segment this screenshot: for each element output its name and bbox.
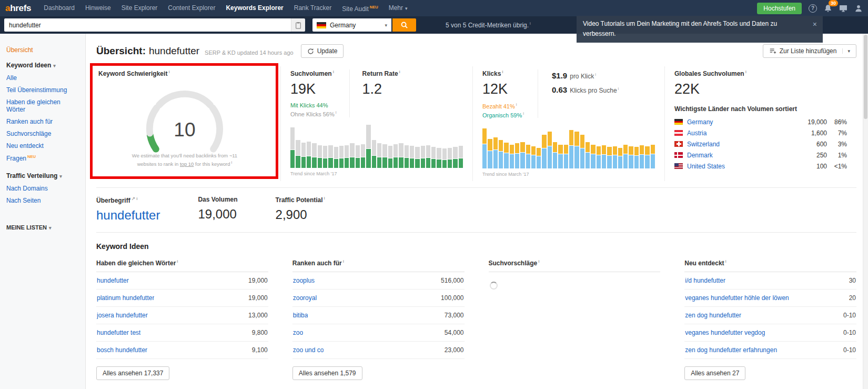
country-link-united-states[interactable]: United States bbox=[687, 163, 725, 170]
sidebar-item-neu-entdeckt[interactable]: Neu entdeckt bbox=[6, 139, 79, 152]
sidebar-group-traffic-verteilung[interactable]: Traffic Verteilung▾ bbox=[6, 172, 79, 179]
keyword-link[interactable]: hundefutter test bbox=[97, 329, 140, 336]
info-icon: i bbox=[595, 72, 596, 77]
update-button[interactable]: Update bbox=[301, 44, 344, 58]
ideas-column-suchvorschlage: Suchvorschlägei bbox=[489, 259, 661, 380]
top10-link[interactable]: top 10 bbox=[180, 161, 194, 167]
loading-spinner bbox=[490, 282, 498, 290]
nav-item-site-explorer[interactable]: Site Explorer bbox=[116, 0, 163, 16]
trend-bar bbox=[345, 124, 349, 168]
sidebar-item-fragen[interactable]: FragenNEU bbox=[6, 152, 79, 164]
keyword-volume: 0-10 bbox=[843, 346, 856, 354]
sidebar-item-teil-ubereinstimmung[interactable]: Teil Übereinstimmung bbox=[6, 84, 79, 96]
sidebar-item-nach-seiten[interactable]: Nach Seiten bbox=[6, 194, 79, 206]
keyword-volume: 0-10 bbox=[843, 312, 856, 319]
column-title: Ranken auch füri bbox=[292, 259, 465, 272]
chevron-down-icon: ▾ bbox=[49, 225, 52, 231]
see-all-button[interactable]: Alles ansehen 1,579 bbox=[292, 366, 362, 380]
keyword-link[interactable]: hundefutter bbox=[97, 277, 129, 284]
organic-percent: Organisch 59%i bbox=[482, 111, 524, 118]
paste-icon[interactable] bbox=[291, 18, 305, 32]
keyword-volume: 30 bbox=[849, 277, 856, 284]
nav-item-site-audit[interactable]: Site AuditNEU bbox=[337, 0, 383, 17]
country-selector[interactable]: Germany ▾ bbox=[312, 18, 391, 32]
sidebar-my-lists[interactable]: MEINE LISTEN▾ bbox=[6, 224, 79, 231]
country-link-germany[interactable]: Germany bbox=[687, 118, 713, 126]
add-to-list-button[interactable]: Zur Liste hinzufügen ▾ bbox=[763, 44, 856, 58]
info-icon: i bbox=[343, 259, 344, 264]
ahrefs-logo[interactable]: ahrefs bbox=[5, 3, 31, 14]
keyword-link[interactable]: zen dog hundefutter bbox=[685, 312, 741, 319]
keyword-link[interactable]: i/d hundefutter bbox=[685, 277, 725, 284]
sidebar-item-ranken-auch-fur[interactable]: Ranken auch für bbox=[6, 115, 79, 127]
country-share: 3% bbox=[827, 141, 847, 148]
keyword-link[interactable]: zen dog hundefutter erfahrungen bbox=[685, 346, 777, 354]
scrollbar-thumb[interactable] bbox=[864, 35, 867, 119]
nav-item-dashboard[interactable]: Dashboard bbox=[38, 0, 80, 16]
country-row: United States100<1% bbox=[674, 161, 847, 172]
country-link-switzerland[interactable]: Switzerland bbox=[687, 141, 720, 148]
desktop-icon[interactable] bbox=[839, 4, 847, 13]
trend-bar bbox=[442, 124, 447, 168]
sidebar-item-haben-die-gleichen-worter[interactable]: Haben die gleichen Wörter bbox=[6, 96, 79, 115]
keyword-row: i/d hundefutter30 bbox=[684, 272, 856, 290]
flag-germany-icon bbox=[674, 119, 683, 125]
sidebar-item-uebersicht[interactable]: Übersicht bbox=[6, 46, 79, 54]
close-icon[interactable]: × bbox=[813, 21, 817, 28]
keyword-link[interactable]: bitiba bbox=[293, 312, 308, 319]
nav-item-mehr[interactable]: Mehr▾ bbox=[383, 0, 413, 17]
keyword-link[interactable]: josera hundefutter bbox=[97, 312, 148, 319]
trend-bar bbox=[328, 124, 332, 168]
nav-item-hinweise[interactable]: Hinweise bbox=[80, 0, 116, 16]
keyword-search-input[interactable] bbox=[4, 18, 291, 32]
keyword-link[interactable]: zoo und co bbox=[293, 346, 324, 354]
trend-bar bbox=[553, 124, 557, 168]
account-icon[interactable] bbox=[854, 4, 863, 13]
trend-bar bbox=[520, 124, 524, 168]
nav-item-content-explorer[interactable]: Content Explorer bbox=[163, 0, 220, 16]
ideas-column-haben-die-gleichen-worter: Haben die gleichen Wörterihundefutter19,… bbox=[96, 259, 268, 380]
keyword-volume: 19,000 bbox=[248, 294, 268, 302]
sidebar-item-suchvorschlage[interactable]: Suchvorschläge bbox=[6, 127, 79, 139]
trend-bar bbox=[426, 124, 430, 168]
trend-bar bbox=[366, 124, 370, 168]
sidebar-item-alle[interactable]: Alle bbox=[6, 72, 79, 84]
scrollbar[interactable] bbox=[863, 34, 868, 389]
see-all-button[interactable]: Alles ansehen 17,337 bbox=[96, 366, 169, 380]
keyword-row: bitiba73,000 bbox=[292, 307, 465, 324]
sidebar-item-nach-domains[interactable]: Nach Domains bbox=[6, 182, 79, 194]
parent-volume-block: Das Volumen 19,000 bbox=[198, 196, 237, 223]
trend-bar bbox=[651, 124, 655, 168]
external-link-icon: ↗ bbox=[132, 196, 136, 201]
trend-bar bbox=[415, 124, 419, 168]
info-icon: i bbox=[231, 160, 233, 165]
upgrade-button[interactable]: Hochstufen bbox=[757, 3, 802, 14]
neu-badge: NEU bbox=[370, 5, 378, 9]
keyword-link[interactable]: veganes hundefutter vegdog bbox=[685, 329, 765, 336]
sidebar-group-keyword-ideen[interactable]: Keyword Ideen▾ bbox=[6, 62, 79, 69]
keyword-link[interactable]: zooroyal bbox=[293, 294, 317, 302]
nav-item-rank-tracker[interactable]: Rank Tracker bbox=[289, 0, 337, 16]
trend-bar bbox=[634, 124, 639, 168]
see-all-button[interactable]: Alles ansehen 27 bbox=[684, 366, 745, 380]
trend-bar bbox=[488, 124, 492, 168]
trend-bar bbox=[339, 124, 344, 168]
last-updated-text: SERP & KD updated 14 hours ago bbox=[205, 49, 294, 56]
cpc-metrics: $1.9pro Klicki 0.63Klicks pro Suchei bbox=[538, 69, 619, 118]
search-button[interactable] bbox=[392, 18, 416, 32]
nav-item-keywords-explorer[interactable]: Keywords Explorer bbox=[220, 0, 288, 16]
keyword-link[interactable]: bosch hundefutter bbox=[97, 346, 147, 354]
keyword-link[interactable]: zooplus bbox=[293, 277, 315, 284]
toast-text: Video Tutorials um Dein Marketing mit de… bbox=[583, 20, 777, 37]
parent-keyword-link[interactable]: hundefutter bbox=[96, 208, 160, 223]
keyword-link[interactable]: zoo bbox=[293, 329, 303, 336]
country-list: Germany19,00086%Austria1,6007%Switzerlan… bbox=[674, 116, 847, 172]
trend-caption: Trend since March '17 bbox=[482, 172, 655, 177]
country-link-denmark[interactable]: Denmark bbox=[687, 152, 713, 159]
trend-bar bbox=[542, 124, 546, 168]
keyword-link[interactable]: veganes hundefutter höhle der löwen bbox=[685, 294, 789, 302]
country-link-austria[interactable]: Austria bbox=[687, 129, 706, 137]
keyword-link[interactable]: platinum hundefutter bbox=[97, 294, 154, 302]
notifications-bell-icon[interactable]: 30 bbox=[824, 4, 832, 13]
help-icon[interactable]: ? bbox=[809, 4, 817, 13]
